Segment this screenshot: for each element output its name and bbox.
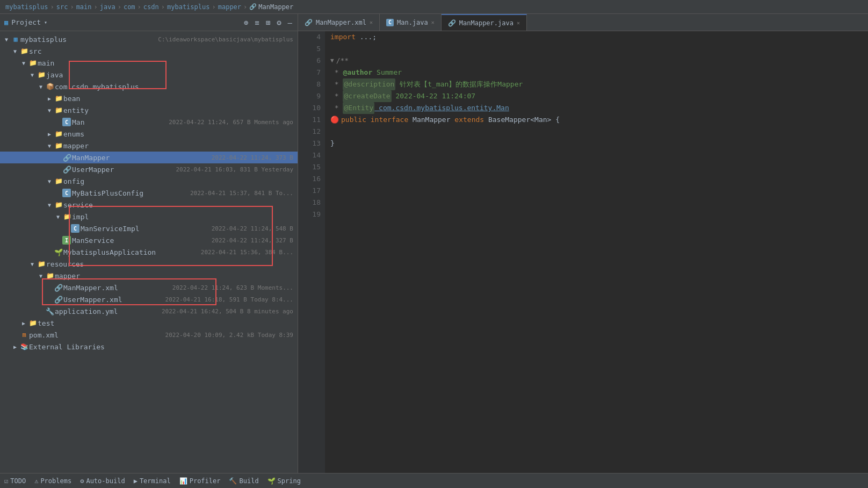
tree-item-test[interactable]: ▶ 📁 test	[0, 317, 298, 329]
locate-icon[interactable]: ⊕	[243, 17, 249, 28]
tree-item-src[interactable]: ▼ 📁 src	[0, 45, 298, 57]
item-name: bean	[63, 95, 298, 103]
tree-item-pom[interactable]: m pom.xml 2022-04-20 10:09, 2.42 kB Toda…	[0, 329, 298, 341]
tree-item-resources[interactable]: ▼ 📁 resources	[0, 258, 298, 270]
item-name: External Libraries	[29, 343, 298, 351]
item-name: pom.xml	[29, 331, 161, 339]
sort-icon[interactable]: ≡	[254, 17, 260, 28]
tree-item-MybatisplusApplication[interactable]: 🌱 MybatisplusApplication 2022-04-21 15:3…	[0, 246, 298, 258]
toggle-icon: ▼	[37, 84, 45, 90]
breadcrumb-current: 🔗 ManMapper	[249, 3, 293, 11]
item-name: service	[63, 201, 298, 209]
tree-item-package[interactable]: ▼ 📦 com.csdn.mybatisplus	[0, 81, 298, 92]
project-icon: ▦	[4, 19, 8, 26]
tab-ManMapper-java[interactable]: 🔗 ManMapper.java ✕	[442, 14, 527, 31]
tree-item-service[interactable]: ▼ 📁 service	[0, 199, 298, 211]
toggle-icon: ▼	[28, 72, 37, 78]
toggle-icon: ▼	[54, 214, 62, 220]
tab-close[interactable]: ✕	[431, 19, 435, 25]
folder-icon: 📁	[28, 59, 38, 67]
tree-item-enums[interactable]: ▶ 📁 enums	[0, 128, 298, 140]
status-spring[interactable]: 🌱 Spring	[267, 477, 301, 485]
breadcrumb-part[interactable]: src	[56, 3, 68, 11]
item-meta: 2022-04-22 11:24, 657 B Moments ago	[169, 119, 298, 126]
tree-item-impl[interactable]: ▼ 📁 impl	[0, 211, 298, 223]
tree-item-Man[interactable]: C Man 2022-04-22 11:24, 657 B Moments ag…	[0, 116, 298, 128]
tab-Man-java[interactable]: C Man.java ✕	[380, 14, 442, 31]
tree-item-java[interactable]: ▼ 📁 java	[0, 69, 298, 81]
tree-item-ManMapper[interactable]: 🔗 ManMapper 2022-04-22 11:24, 373 B	[0, 152, 298, 163]
code-content[interactable]: import ...; ▼ /** * @author Summer *	[325, 31, 868, 473]
tree-item-mapper-resources[interactable]: ▼ 📁 mapper	[0, 270, 298, 282]
item-name: mapper	[55, 272, 298, 280]
code-editor[interactable]: 4 5 6 7 8 9 10 11 12 13 14 15 16 17 18 1…	[298, 31, 868, 473]
sidebar-tree: ▼ ▦ mybatisplus C:\ideaworkspace\basicja…	[0, 31, 298, 473]
breadcrumb-sep: ›	[70, 3, 74, 11]
code-line-16	[330, 161, 863, 173]
tree-item-onfig[interactable]: ▼ 📁 onfig	[0, 175, 298, 187]
status-bar: ☑ TODO ⚠ Problems ⚙ Auto-build ▶ Termina…	[0, 473, 868, 488]
breadcrumb-part[interactable]: csdn	[143, 3, 159, 11]
breadcrumb-part[interactable]: main	[76, 3, 92, 11]
tab-class-icon: C	[386, 19, 394, 26]
status-build[interactable]: 🔨 Build	[229, 477, 258, 485]
tree-item-ManService[interactable]: I ManService 2022-04-22 11:24, 327 B	[0, 234, 298, 246]
tree-item-mapper[interactable]: ▼ 📁 mapper	[0, 140, 298, 152]
breadcrumb-part[interactable]: mybatisplus	[5, 3, 48, 11]
folder-icon: 📁	[54, 177, 63, 185]
status-terminal[interactable]: ▶ Terminal	[134, 477, 171, 485]
tree-item-main[interactable]: ▼ 📁 main	[0, 57, 298, 69]
item-meta: 2022-04-21 15:36, 384 B...	[201, 249, 298, 256]
dropdown-icon[interactable]: ▾	[44, 19, 47, 25]
breadcrumb-part[interactable]: mapper	[218, 3, 241, 11]
breadcrumb-part[interactable]: mybatisplus	[167, 3, 209, 11]
tree-item-mybatisplus[interactable]: ▼ ▦ mybatisplus C:\ideaworkspace\basicja…	[0, 33, 298, 45]
code-line-5	[330, 43, 863, 55]
code-line-9: * @createDate 2022-04-22 11:24:07	[330, 90, 863, 102]
status-autobuild[interactable]: ⚙ Auto-build	[80, 477, 125, 485]
tree-item-MyBatisPlusConfig[interactable]: C MyBatisPlusConfig 2022-04-21 15:37, 84…	[0, 187, 298, 199]
folder-icon: 📁	[37, 260, 46, 268]
tree-item-ManServiceImpl[interactable]: C ManServiceImpl 2022-04-22 11:24, 548 B	[0, 223, 298, 234]
status-problems[interactable]: ⚠ Problems	[34, 477, 71, 485]
tree-item-application-yml[interactable]: 🔧 application.yml 2022-04-21 16:42, 504 …	[0, 305, 298, 317]
status-profiler[interactable]: 📊 Profiler	[179, 477, 221, 485]
folder-icon: 📁	[54, 201, 63, 209]
folder-icon: 📁	[62, 213, 72, 220]
tab-ManMapper-xml[interactable]: 🔗 ManMapper.xml ✕	[298, 14, 380, 31]
tree-item-UserMapper-xml[interactable]: 🔗 UserMapper.xml 2022-04-21 16:18, 591 B…	[0, 293, 298, 305]
breadcrumb-part[interactable]: java	[100, 3, 115, 11]
tree-item-entity[interactable]: ▼ 📁 entity	[0, 104, 298, 116]
tree-item-UserMapper[interactable]: 🔗 UserMapper 2022-04-21 16:03, 831 B Yes…	[0, 163, 298, 175]
tree-item-bean[interactable]: ▶ 📁 bean	[0, 92, 298, 104]
status-todo[interactable]: ☑ TODO	[4, 477, 26, 485]
toggle-icon: ▶	[45, 131, 54, 137]
terminal-icon: ▶	[134, 477, 138, 485]
tree-item-ManMapper-xml[interactable]: 🔗 ManMapper.xml 2022-04-22 11:24, 623 B …	[0, 282, 298, 293]
toggle-icon: ▶	[11, 344, 19, 350]
code-line-18	[330, 185, 863, 197]
item-meta: 2022-04-22 11:24, 623 B Moments...	[172, 284, 298, 291]
breadcrumb-part[interactable]: com	[124, 3, 135, 11]
item-name: Man	[72, 118, 164, 126]
tab-close[interactable]: ✕	[517, 20, 520, 26]
toggle-icon: ▼	[11, 48, 19, 54]
close-icon[interactable]: —	[287, 17, 293, 28]
folder-icon: 📁	[54, 95, 63, 102]
interface-icon: 🔗	[62, 166, 72, 174]
autobuild-label: Auto-build	[86, 477, 125, 485]
tab-close[interactable]: ✕	[370, 19, 373, 25]
tree-item-external-libraries[interactable]: ▶ 📚 External Libraries	[0, 341, 298, 353]
terminal-label: Terminal	[140, 477, 171, 485]
fold-icon[interactable]: ▼	[330, 55, 334, 67]
item-meta: 2022-04-21 16:03, 831 B Yesterday	[176, 166, 298, 173]
autobuild-icon: ⚙	[80, 477, 84, 485]
settings-icon[interactable]: ⚙	[276, 17, 282, 28]
code-line-8: * @description 针对表【t_man】的数据库操作Mapper	[330, 78, 863, 90]
item-name: MybatisplusApplication	[63, 248, 197, 256]
toggle-icon: ▼	[45, 178, 54, 184]
folder-icon: 📁	[45, 272, 55, 279]
item-meta: C:\ideaworkspace\basicjava\mybatisplus	[158, 36, 298, 43]
split-icon[interactable]: ⊞	[265, 17, 271, 28]
breadcrumb-sep: ›	[94, 3, 98, 11]
